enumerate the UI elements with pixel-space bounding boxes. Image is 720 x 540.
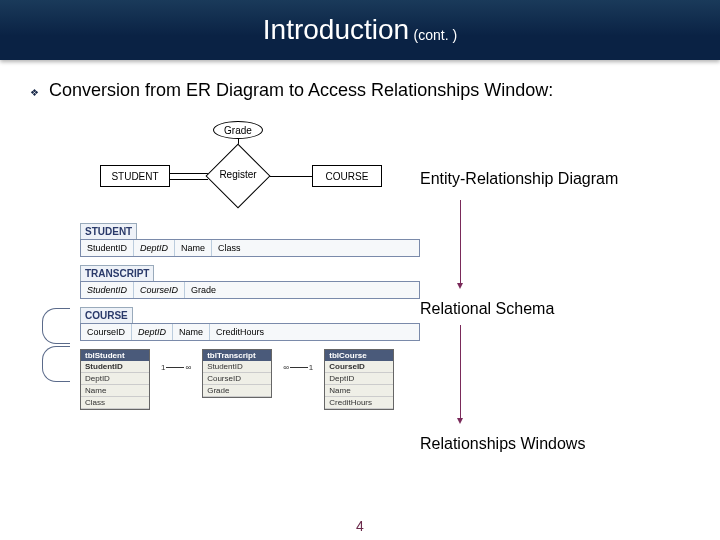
schema-student-row: StudentID DeptID Name Class [80,239,420,257]
er-connector-right [270,176,312,177]
access-field: Grade [203,385,271,397]
access-field: CourseID [203,373,271,385]
er-relation-label: Register [206,169,270,180]
schema-transcript-title: TRANSCRIPT [80,265,154,281]
schema-cell: CourseID [81,324,132,340]
fk-arc-2 [42,346,70,382]
access-tbl-course: tblCourse CourseID DeptID Name CreditHou… [324,349,394,410]
access-tbl-student: tblStudent StudentID DeptID Name Class [80,349,150,410]
rel-connector-left: 1 ∞ [160,349,192,372]
bullet-icon: ❖ [30,87,39,98]
rel-connector-right: ∞ 1 [282,349,314,372]
slide-content: ❖ Conversion from ER Diagram to Access R… [0,60,720,410]
label-er-diagram: Entity-Relationship Diagram [420,170,618,188]
schema-student-title: STUDENT [80,223,137,239]
access-field: StudentID [81,361,149,373]
schema-transcript-row: StudentID CourseID Grade [80,281,420,299]
access-title: tblTranscript [203,350,271,361]
schema-cell: CourseID [134,282,185,298]
er-attribute-oval: Grade [213,121,263,139]
title-main: Introduction [263,14,409,45]
flow-arrow-1 [460,200,461,285]
er-entity-course: COURSE [312,165,382,187]
schema-transcript: TRANSCRIPT StudentID CourseID Grade [80,263,420,299]
access-field: Class [81,397,149,409]
schema-course-title: COURSE [80,307,133,323]
rel-many: ∞ [282,363,290,372]
schema-cell: StudentID [81,240,134,256]
schema-cell: Class [212,240,247,256]
er-relation-diamond: Register [206,153,270,199]
rel-line [166,367,184,368]
page-title: Introduction (cont. ) [263,14,457,46]
access-field: CourseID [325,361,393,373]
access-tbl-transcript: tblTranscript StudentID CourseID Grade [202,349,272,398]
rel-many: ∞ [184,363,192,372]
label-relational-schema: Relational Schema [420,300,554,318]
access-field: CreditHours [325,397,393,409]
label-relationships-window: Relationships Windows [420,435,585,453]
rel-one: 1 [308,363,314,372]
schema-course: COURSE CourseID DeptID Name CreditHours [80,305,420,341]
access-field: DeptID [81,373,149,385]
schema-cell: Name [175,240,212,256]
title-subtitle: (cont. ) [414,27,458,43]
schema-cell: StudentID [81,282,134,298]
er-entity-student: STUDENT [100,165,170,187]
access-field: Name [81,385,149,397]
schema-cell: CreditHours [210,324,270,340]
er-connector-left-2 [170,179,208,180]
schema-student: STUDENT StudentID DeptID Name Class [80,221,420,257]
access-field: StudentID [203,361,271,373]
schema-course-row: CourseID DeptID Name CreditHours [80,323,420,341]
rel-line [290,367,308,368]
page-number: 4 [0,518,720,534]
access-field: DeptID [325,373,393,385]
bullet-row: ❖ Conversion from ER Diagram to Access R… [30,80,690,101]
schema-cell: DeptID [134,240,175,256]
schema-cell: Name [173,324,210,340]
slide-header: Introduction (cont. ) [0,0,720,60]
access-title: tblCourse [325,350,393,361]
access-field: Name [325,385,393,397]
fk-arc-1 [42,308,70,344]
er-diagram: Grade STUDENT Register COURSE [100,121,690,211]
access-title: tblStudent [81,350,149,361]
bullet-text: Conversion from ER Diagram to Access Rel… [49,80,553,101]
schema-cell: Grade [185,282,222,298]
flow-arrow-2 [460,325,461,420]
access-window: tblStudent StudentID DeptID Name Class 1… [80,349,690,410]
er-connector-left-1 [170,173,208,174]
schema-cell: DeptID [132,324,173,340]
relational-schema: STUDENT StudentID DeptID Name Class TRAN… [80,221,420,341]
